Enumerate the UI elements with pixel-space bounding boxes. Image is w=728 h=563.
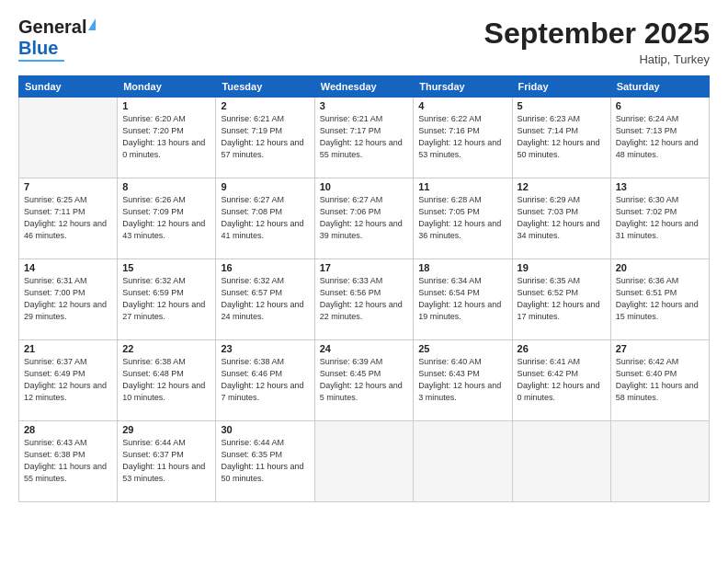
month-title: September 2025 [484, 17, 710, 51]
calendar-day-cell [414, 421, 512, 502]
calendar-day-cell: 26Sunrise: 6:41 AMSunset: 6:42 PMDayligh… [512, 340, 610, 421]
calendar-day-cell [19, 98, 118, 178]
day-number: 15 [122, 262, 210, 273]
day-number: 5 [518, 100, 606, 111]
calendar-day-cell: 21Sunrise: 6:37 AMSunset: 6:49 PMDayligh… [19, 340, 118, 421]
logo-general-text: General [18, 17, 86, 38]
day-info: Sunrise: 6:44 AMSunset: 6:35 PMDaylight:… [221, 437, 309, 485]
day-info: Sunrise: 6:37 AMSunset: 6:49 PMDaylight:… [24, 356, 112, 404]
day-number: 16 [221, 262, 309, 273]
day-number: 30 [221, 424, 309, 435]
calendar-header-row: SundayMondayTuesdayWednesdayThursdayFrid… [19, 76, 710, 98]
calendar-day-cell: 14Sunrise: 6:31 AMSunset: 7:00 PMDayligh… [19, 259, 118, 340]
page: General Blue September 2025 Hatip, Turke… [0, 0, 728, 563]
calendar-table: SundayMondayTuesdayWednesdayThursdayFrid… [18, 75, 710, 502]
calendar-day-cell: 22Sunrise: 6:38 AMSunset: 6:48 PMDayligh… [118, 340, 216, 421]
day-number: 18 [418, 262, 506, 273]
day-number: 14 [24, 262, 112, 273]
calendar-day-cell: 12Sunrise: 6:29 AMSunset: 7:03 PMDayligh… [512, 178, 610, 259]
calendar-header-saturday: Saturday [610, 76, 709, 98]
day-info: Sunrise: 6:27 AMSunset: 7:08 PMDaylight:… [221, 194, 309, 242]
day-info: Sunrise: 6:21 AMSunset: 7:17 PMDaylight:… [320, 113, 409, 161]
calendar-day-cell: 5Sunrise: 6:23 AMSunset: 7:14 PMDaylight… [512, 98, 610, 178]
calendar-day-cell: 28Sunrise: 6:43 AMSunset: 6:38 PMDayligh… [19, 421, 118, 502]
calendar-day-cell: 24Sunrise: 6:39 AMSunset: 6:45 PMDayligh… [314, 340, 414, 421]
logo-triangle-icon [88, 18, 96, 30]
calendar-day-cell: 13Sunrise: 6:30 AMSunset: 7:02 PMDayligh… [610, 178, 709, 259]
calendar-day-cell: 9Sunrise: 6:27 AMSunset: 7:08 PMDaylight… [216, 178, 314, 259]
day-info: Sunrise: 6:33 AMSunset: 6:56 PMDaylight:… [320, 275, 409, 323]
day-number: 25 [418, 343, 506, 354]
calendar-day-cell: 29Sunrise: 6:44 AMSunset: 6:37 PMDayligh… [118, 421, 216, 502]
day-number: 2 [221, 100, 309, 111]
day-info: Sunrise: 6:26 AMSunset: 7:09 PMDaylight:… [122, 194, 210, 242]
logo: General Blue [18, 17, 96, 62]
day-info: Sunrise: 6:34 AMSunset: 6:54 PMDaylight:… [418, 275, 506, 323]
day-info: Sunrise: 6:25 AMSunset: 7:11 PMDaylight:… [24, 194, 112, 242]
day-number: 17 [320, 262, 409, 273]
day-number: 23 [221, 343, 309, 354]
day-number: 9 [221, 181, 309, 192]
calendar-header-monday: Monday [118, 76, 216, 98]
day-number: 6 [616, 100, 704, 111]
calendar-day-cell: 10Sunrise: 6:27 AMSunset: 7:06 PMDayligh… [314, 178, 414, 259]
calendar-day-cell: 6Sunrise: 6:24 AMSunset: 7:13 PMDaylight… [610, 98, 709, 178]
calendar-header-friday: Friday [512, 76, 610, 98]
location: Hatip, Turkey [484, 52, 710, 66]
calendar-day-cell: 3Sunrise: 6:21 AMSunset: 7:17 PMDaylight… [314, 98, 414, 178]
logo-blue-text: Blue [18, 38, 58, 59]
day-info: Sunrise: 6:22 AMSunset: 7:16 PMDaylight:… [418, 113, 506, 161]
day-number: 7 [24, 181, 112, 192]
calendar-header-thursday: Thursday [414, 76, 512, 98]
calendar-week-row: 28Sunrise: 6:43 AMSunset: 6:38 PMDayligh… [19, 421, 710, 502]
day-info: Sunrise: 6:36 AMSunset: 6:51 PMDaylight:… [616, 275, 704, 323]
day-info: Sunrise: 6:31 AMSunset: 7:00 PMDaylight:… [24, 275, 112, 323]
calendar-day-cell: 11Sunrise: 6:28 AMSunset: 7:05 PMDayligh… [414, 178, 512, 259]
calendar-week-row: 1Sunrise: 6:20 AMSunset: 7:20 PMDaylight… [19, 98, 710, 178]
day-number: 13 [616, 181, 704, 192]
day-info: Sunrise: 6:27 AMSunset: 7:06 PMDaylight:… [320, 194, 409, 242]
calendar-day-cell: 23Sunrise: 6:38 AMSunset: 6:46 PMDayligh… [216, 340, 314, 421]
day-number: 26 [518, 343, 606, 354]
calendar-day-cell: 27Sunrise: 6:42 AMSunset: 6:40 PMDayligh… [610, 340, 709, 421]
day-info: Sunrise: 6:20 AMSunset: 7:20 PMDaylight:… [122, 113, 210, 161]
day-number: 10 [320, 181, 409, 192]
calendar-day-cell: 7Sunrise: 6:25 AMSunset: 7:11 PMDaylight… [19, 178, 118, 259]
calendar-day-cell: 30Sunrise: 6:44 AMSunset: 6:35 PMDayligh… [216, 421, 314, 502]
calendar-week-row: 14Sunrise: 6:31 AMSunset: 7:00 PMDayligh… [19, 259, 710, 340]
day-info: Sunrise: 6:28 AMSunset: 7:05 PMDaylight:… [418, 194, 506, 242]
calendar-day-cell: 20Sunrise: 6:36 AMSunset: 6:51 PMDayligh… [610, 259, 709, 340]
day-number: 8 [122, 181, 210, 192]
header: General Blue September 2025 Hatip, Turke… [18, 17, 710, 66]
calendar-header-wednesday: Wednesday [314, 76, 414, 98]
day-info: Sunrise: 6:41 AMSunset: 6:42 PMDaylight:… [518, 356, 606, 404]
calendar-header-tuesday: Tuesday [216, 76, 314, 98]
calendar-day-cell: 1Sunrise: 6:20 AMSunset: 7:20 PMDaylight… [118, 98, 216, 178]
calendar-day-cell: 25Sunrise: 6:40 AMSunset: 6:43 PMDayligh… [414, 340, 512, 421]
day-number: 29 [122, 424, 210, 435]
day-info: Sunrise: 6:38 AMSunset: 6:48 PMDaylight:… [122, 356, 210, 404]
calendar-week-row: 7Sunrise: 6:25 AMSunset: 7:11 PMDaylight… [19, 178, 710, 259]
day-info: Sunrise: 6:38 AMSunset: 6:46 PMDaylight:… [221, 356, 309, 404]
calendar-header-sunday: Sunday [19, 76, 118, 98]
calendar-day-cell: 17Sunrise: 6:33 AMSunset: 6:56 PMDayligh… [314, 259, 414, 340]
day-info: Sunrise: 6:39 AMSunset: 6:45 PMDaylight:… [320, 356, 409, 404]
day-info: Sunrise: 6:21 AMSunset: 7:19 PMDaylight:… [221, 113, 309, 161]
calendar-day-cell [610, 421, 709, 502]
day-info: Sunrise: 6:32 AMSunset: 6:59 PMDaylight:… [122, 275, 210, 323]
calendar-day-cell [512, 421, 610, 502]
day-number: 4 [418, 100, 506, 111]
calendar-day-cell [314, 421, 414, 502]
calendar-week-row: 21Sunrise: 6:37 AMSunset: 6:49 PMDayligh… [19, 340, 710, 421]
day-info: Sunrise: 6:44 AMSunset: 6:37 PMDaylight:… [122, 437, 210, 485]
calendar-day-cell: 18Sunrise: 6:34 AMSunset: 6:54 PMDayligh… [414, 259, 512, 340]
day-number: 21 [24, 343, 112, 354]
day-info: Sunrise: 6:43 AMSunset: 6:38 PMDaylight:… [24, 437, 112, 485]
day-number: 20 [616, 262, 704, 273]
day-number: 19 [518, 262, 606, 273]
day-info: Sunrise: 6:42 AMSunset: 6:40 PMDaylight:… [616, 356, 704, 404]
day-info: Sunrise: 6:30 AMSunset: 7:02 PMDaylight:… [616, 194, 704, 242]
calendar-day-cell: 16Sunrise: 6:32 AMSunset: 6:57 PMDayligh… [216, 259, 314, 340]
day-info: Sunrise: 6:32 AMSunset: 6:57 PMDaylight:… [221, 275, 309, 323]
day-info: Sunrise: 6:40 AMSunset: 6:43 PMDaylight:… [418, 356, 506, 404]
